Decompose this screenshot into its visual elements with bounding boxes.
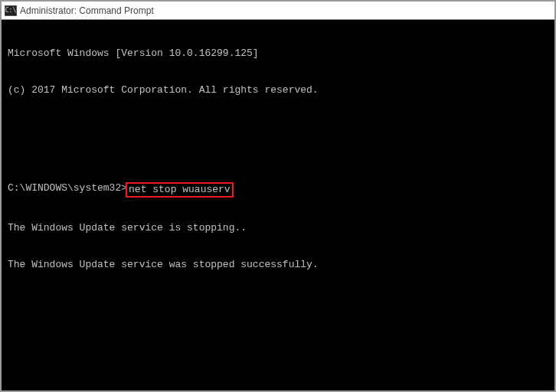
header-version: Microsoft Windows [Version 10.0.16299.12…	[8, 47, 548, 60]
command-line: C:\WINDOWS\system32>net stop wuauserv	[8, 182, 548, 198]
output-line: The Windows Update service is stopping..	[8, 222, 548, 234]
header-copyright: (c) 2017 Microsoft Corporation. All righ…	[8, 84, 548, 96]
cmd-icon: C:\	[5, 5, 17, 16]
command-highlight: net stop wuauserv	[126, 182, 234, 198]
prompt-text: C:\WINDOWS\system32>	[8, 182, 127, 198]
output-line: The Windows Update service was stopped s…	[8, 259, 548, 271]
window-title: Administrator: Command Prompt	[20, 5, 154, 16]
terminal-output[interactable]: Microsoft Windows [Version 10.0.16299.12…	[2, 20, 554, 392]
titlebar: C:\ Administrator: Command Prompt	[2, 2, 554, 20]
